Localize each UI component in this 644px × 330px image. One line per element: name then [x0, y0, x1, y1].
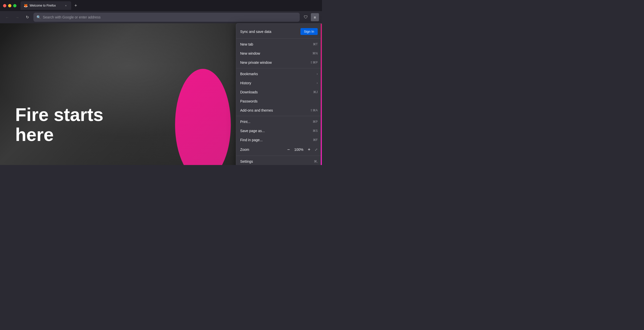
menu-item-passwords-label: Passwords: [240, 99, 318, 103]
menu-item-settings-shortcut: ⌘,: [314, 160, 318, 163]
menu-item-find-label: Find in page...: [240, 138, 307, 142]
tab-bar: 🦊 Welcome to Firefox × +: [21, 1, 319, 10]
menu-item-find[interactable]: Find in page... ⌘F: [236, 135, 322, 145]
new-tab-button[interactable]: +: [72, 2, 79, 9]
menu-accent: [321, 24, 322, 165]
menu-item-save-page-label: Save page as...: [240, 129, 307, 133]
history-arrow-icon: ›: [317, 81, 318, 85]
menu-item-downloads-label: Downloads: [240, 90, 307, 94]
menu-item-new-tab-label: New tab: [240, 42, 307, 46]
menu-item-private-window-label: New private window: [240, 60, 304, 65]
menu-item-new-window[interactable]: New window ⌘N: [236, 49, 322, 58]
shield-icon: 🛡: [304, 15, 308, 19]
back-button[interactable]: ←: [3, 13, 11, 21]
reload-icon: ↻: [26, 15, 29, 19]
hero-text: Fire starts here: [15, 105, 103, 145]
zoom-label: Zoom: [240, 148, 285, 152]
menu-item-private-window[interactable]: New private window ⇧⌘P: [236, 58, 322, 67]
menu-item-settings[interactable]: Settings ⌘,: [236, 157, 322, 165]
menu-item-new-window-label: New window: [240, 51, 306, 55]
reload-button[interactable]: ↻: [23, 13, 31, 21]
back-icon: ←: [5, 15, 9, 19]
menu-item-save-page[interactable]: Save page as... ⌘S: [236, 126, 322, 135]
search-icon: 🔍: [36, 15, 41, 19]
forward-icon: →: [15, 15, 19, 19]
menu-item-addons-label: Add-ons and themes: [240, 108, 304, 112]
menu-divider-2: [236, 116, 322, 116]
menu-item-find-shortcut: ⌘F: [313, 138, 318, 142]
zoom-expand-icon[interactable]: ⤢: [315, 148, 318, 152]
titlebar: 🦊 Welcome to Firefox × +: [0, 0, 322, 11]
menu-item-history-label: History: [240, 81, 315, 85]
menu-divider-3: [236, 156, 322, 156]
menu-item-history[interactable]: History ›: [236, 78, 322, 88]
shield-button[interactable]: 🛡: [302, 13, 310, 21]
zoom-minus-button[interactable]: −: [285, 146, 292, 153]
hero-text-line2: here: [15, 125, 103, 145]
zoom-controls: − 100% + ⤢: [285, 146, 318, 153]
menu-item-addons[interactable]: Add-ons and themes ⇧⌘A: [236, 106, 322, 115]
menu-item-addons-shortcut: ⇧⌘A: [310, 109, 318, 112]
menu-item-private-window-shortcut: ⇧⌘P: [310, 61, 318, 64]
active-tab[interactable]: 🦊 Welcome to Firefox ×: [21, 1, 71, 10]
menu-button[interactable]: ≡: [311, 13, 319, 21]
menu-item-new-tab[interactable]: New tab ⌘T: [236, 40, 322, 49]
zoom-plus-button[interactable]: +: [306, 146, 313, 153]
hero-text-line1: Fire starts: [15, 105, 103, 125]
menu-item-settings-label: Settings: [240, 159, 308, 163]
menu-icon: ≡: [314, 15, 316, 19]
tab-title: Welcome to Firefox: [30, 4, 62, 7]
menu-item-print-shortcut: ⌘P: [313, 120, 318, 123]
menu-item-print-label: Print...: [240, 120, 307, 124]
forward-button[interactable]: →: [13, 13, 21, 21]
nav-right-controls: 🛡 ≡: [302, 13, 319, 21]
menu-divider-1: [236, 68, 322, 68]
minimize-traffic-light[interactable]: [8, 4, 11, 7]
sync-title: Sync and save data: [240, 30, 271, 34]
menu-item-new-tab-shortcut: ⌘T: [313, 43, 318, 46]
menu-item-save-page-shortcut: ⌘S: [313, 129, 318, 133]
menu-item-downloads[interactable]: Downloads ⌘J: [236, 88, 322, 97]
zoom-control: Zoom − 100% + ⤢: [236, 145, 322, 155]
firefox-menu: Sync and save data Sign In New tab ⌘T Ne…: [236, 23, 322, 165]
address-input[interactable]: [43, 15, 297, 19]
menu-item-downloads-shortcut: ⌘J: [313, 90, 318, 94]
tab-favicon: 🦊: [24, 4, 28, 8]
maximize-traffic-light[interactable]: [13, 4, 16, 7]
sync-section: Sync and save data Sign In: [236, 26, 322, 39]
menu-item-print[interactable]: Print... ⌘P: [236, 117, 322, 126]
main-content: Fire starts here Sync and save data Sign…: [0, 23, 322, 165]
bookmarks-arrow-icon: ›: [317, 72, 318, 76]
navbar: ← → ↻ 🔍 🛡 ≡: [0, 11, 322, 23]
menu-item-new-window-shortcut: ⌘N: [312, 52, 318, 55]
menu-item-bookmarks[interactable]: Bookmarks ›: [236, 69, 322, 78]
sign-in-button[interactable]: Sign In: [300, 28, 318, 35]
address-bar[interactable]: 🔍: [33, 13, 300, 22]
menu-item-bookmarks-label: Bookmarks: [240, 72, 315, 76]
zoom-value: 100%: [293, 148, 305, 152]
close-traffic-light[interactable]: [3, 4, 6, 7]
traffic-lights: [3, 4, 16, 7]
tab-close-button[interactable]: ×: [64, 3, 68, 8]
menu-item-passwords[interactable]: Passwords: [236, 97, 322, 106]
